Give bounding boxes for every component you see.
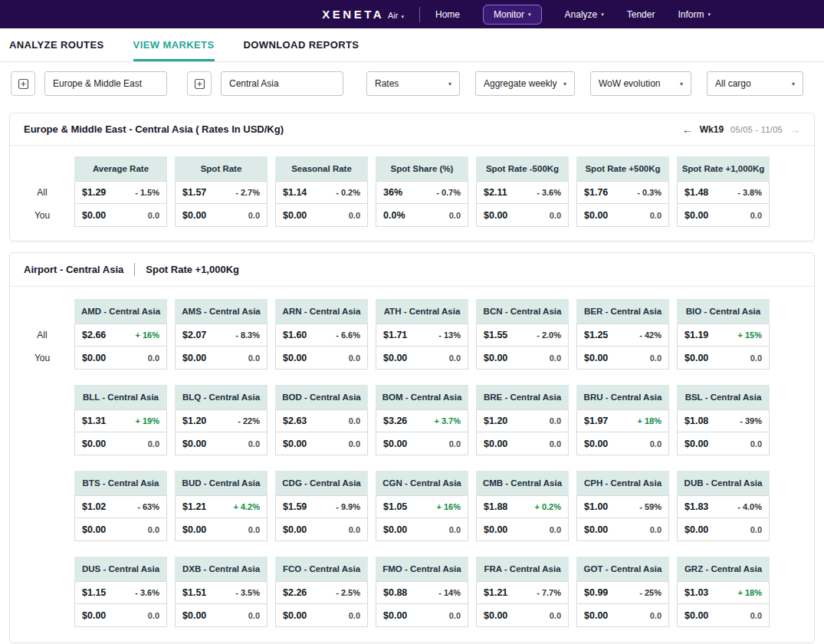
metric-card-all-row: $1.76- 0.3% bbox=[576, 181, 669, 204]
wow-change-value: + 16% bbox=[136, 330, 160, 340]
airport-card[interactable]: BTS - Central Asia$1.02- 63%$0.000.0 bbox=[74, 471, 167, 541]
airport-card[interactable]: BRU - Central Asia$1.97+ 18%$0.000.0 bbox=[576, 385, 669, 455]
airport-card[interactable]: BCN - Central Asia$1.55- 2.0%$0.000.0 bbox=[476, 299, 569, 370]
wow-change-value: - 13% bbox=[438, 330, 461, 340]
metric-card-all-row: $1.29- 1.5% bbox=[74, 181, 167, 204]
metric-card[interactable]: Spot Rate +500Kg$1.76- 0.3%$0.000.0 bbox=[576, 156, 669, 227]
wow-change-value: 0.0 bbox=[248, 353, 260, 363]
airport-card-you-row: $0.000.0 bbox=[677, 347, 770, 370]
airport-card-all-row: $1.83- 4.0% bbox=[677, 495, 770, 518]
row-labels-column bbox=[10, 471, 74, 541]
airport-card[interactable]: GRZ - Central Asia$1.03+ 18%$0.000.0 bbox=[677, 557, 770, 627]
airport-card-you-row: $0.000.0 bbox=[275, 604, 368, 627]
rate-value: $0.00 bbox=[383, 353, 407, 363]
rate-value: $1.02 bbox=[82, 501, 106, 512]
wow-change-value: 0.0 bbox=[148, 353, 159, 363]
origin-input[interactable]: Europe & Middle East bbox=[44, 71, 167, 96]
wow-change-value: 0.0 bbox=[449, 211, 461, 220]
airport-card[interactable]: CDG - Central Asia$1.59- 9.9%$0.000.0 bbox=[275, 471, 368, 541]
airports-title: Airport - Central Asia bbox=[24, 264, 123, 275]
wow-evolution-select[interactable]: WoW evolution▾ bbox=[590, 71, 691, 96]
airport-card[interactable]: BIO - Central Asia$1.19+ 15%$0.000.0 bbox=[677, 299, 770, 370]
airport-card-all-row: $1.05+ 16% bbox=[376, 495, 468, 518]
wow-change-value: 0.0 bbox=[349, 211, 360, 220]
plus-icon bbox=[18, 78, 29, 90]
airport-card[interactable]: BLQ - Central Asia$1.20- 22%$0.000.0 bbox=[175, 385, 268, 455]
tab-view-markets[interactable]: VIEW MARKETS bbox=[133, 28, 215, 61]
wow-change-value: - 3.6% bbox=[135, 588, 159, 597]
airport-card[interactable]: DXB - Central Asia$1.51- 3.5%$0.000.0 bbox=[175, 557, 268, 627]
prev-week-arrow-icon[interactable]: ← bbox=[682, 124, 693, 135]
airport-card-you-row: $0.000.0 bbox=[175, 604, 268, 627]
cargo-type-select[interactable]: All cargo▾ bbox=[707, 71, 803, 96]
metric-card[interactable]: Spot Rate +1,000Kg$1.48- 3.8%$0.000.0 bbox=[677, 156, 770, 227]
rate-value: $0.00 bbox=[182, 524, 206, 535]
airport-card[interactable]: GOT - Central Asia$0.99- 25%$0.000.0 bbox=[576, 557, 669, 627]
wow-change-value: 0.0 bbox=[550, 439, 561, 449]
airport-card[interactable]: AMS - Central Asia$2.07- 8.3%$0.000.0 bbox=[175, 299, 268, 370]
wow-change-value: 0.0 bbox=[248, 211, 260, 220]
row-label-all: All bbox=[37, 324, 47, 347]
airport-card[interactable]: DUS - Central Asia$1.15- 3.6%$0.000.0 bbox=[74, 557, 167, 627]
wow-change-value: 0.0 bbox=[650, 439, 661, 449]
airport-card-title: BLL - Central Asia bbox=[74, 385, 167, 409]
airport-card-title: FRA - Central Asia bbox=[476, 557, 569, 581]
nav-inform[interactable]: Inform▾ bbox=[678, 9, 711, 20]
metric-card[interactable]: Spot Rate$1.57- 2.7%$0.000.0 bbox=[175, 156, 268, 227]
rate-value: $1.83 bbox=[684, 501, 708, 512]
airport-card[interactable]: BOD - Central Asia$2.630.0$0.000.0 bbox=[275, 385, 368, 455]
metric-card[interactable]: Spot Share (%)36%- 0.7%0.0%0.0 bbox=[376, 156, 468, 227]
summary-panel-header: Europe & Middle East - Central Asia ( Ra… bbox=[10, 113, 814, 146]
airport-card-all-row: $1.200.0 bbox=[476, 409, 569, 432]
airport-card-all-row: $2.26- 2.5% bbox=[275, 581, 368, 604]
rate-value: $1.21 bbox=[484, 587, 507, 598]
xeneta-logo[interactable]: XENETA Air ▾ bbox=[322, 8, 404, 21]
airport-card[interactable]: FRA - Central Asia$1.21- 7.7%$0.000.0 bbox=[476, 557, 569, 627]
chevron-down-icon: ▾ bbox=[448, 80, 451, 87]
airport-card[interactable]: BLL - Central Asia$1.31+ 19%$0.000.0 bbox=[74, 385, 167, 455]
rates-metric-select[interactable]: Rates▾ bbox=[366, 71, 460, 96]
add-origin-button[interactable] bbox=[11, 71, 35, 96]
nav-analyze[interactable]: Analyze▾ bbox=[565, 9, 604, 20]
wow-change-value: 0.0 bbox=[349, 416, 360, 426]
destination-input[interactable]: Central Asia bbox=[221, 71, 343, 96]
wow-change-value: + 4.2% bbox=[233, 502, 260, 511]
airport-card[interactable]: ATH - Central Asia$1.71- 13%$0.000.0 bbox=[376, 299, 468, 370]
next-week-arrow-icon[interactable]: → bbox=[790, 124, 800, 135]
airport-card[interactable]: FCO - Central Asia$2.26- 2.5%$0.000.0 bbox=[275, 557, 368, 627]
nav-home[interactable]: Home bbox=[435, 9, 460, 20]
rate-value: $0.00 bbox=[283, 439, 307, 449]
airport-card-you-row: $0.000.0 bbox=[576, 604, 669, 627]
chevron-down-icon: ▾ bbox=[680, 80, 683, 87]
airport-card[interactable]: BRE - Central Asia$1.200.0$0.000.0 bbox=[476, 385, 569, 455]
airport-card[interactable]: BER - Central Asia$1.25- 42%$0.000.0 bbox=[576, 299, 669, 370]
airport-card[interactable]: BSL - Central Asia$1.08- 39%$0.000.0 bbox=[677, 385, 770, 455]
wow-change-value: - 6.6% bbox=[336, 330, 360, 340]
airport-card-you-row: $0.000.0 bbox=[74, 432, 167, 455]
airport-card[interactable]: BOM - Central Asia$3.26+ 3.7%$0.000.0 bbox=[376, 385, 468, 455]
tab-download-reports[interactable]: DOWNLOAD REPORTS bbox=[244, 28, 359, 61]
metric-card[interactable]: Seasonal Rate$1.14- 0.2%$0.000.0 bbox=[275, 156, 368, 227]
nav-monitor[interactable]: Monitor▾ bbox=[483, 5, 542, 25]
airport-card[interactable]: ARN - Central Asia$1.60- 6.6%$0.000.0 bbox=[275, 299, 368, 370]
airport-card[interactable]: CGN - Central Asia$1.05+ 16%$0.000.0 bbox=[376, 471, 468, 541]
airport-card[interactable]: FMO - Central Asia$0.88- 14%$0.000.0 bbox=[376, 557, 468, 627]
tab-analyze-routes[interactable]: ANALYZE ROUTES bbox=[9, 28, 104, 61]
main-nav: HomeMonitor▾Analyze▾TenderInform▾ bbox=[435, 5, 711, 25]
aggregation-select[interactable]: Aggregate weekly▾ bbox=[475, 71, 575, 96]
airport-card[interactable]: CMB - Central Asia$1.88+ 0.2%$0.000.0 bbox=[476, 471, 569, 541]
metric-card[interactable]: Spot Rate -500Kg$2.11- 3.6%$0.000.0 bbox=[476, 156, 569, 227]
airport-card[interactable]: CPH - Central Asia$1.00- 59%$0.000.0 bbox=[576, 471, 669, 541]
select-value: Aggregate weekly bbox=[484, 78, 556, 89]
airport-card[interactable]: DUB - Central Asia$1.83- 4.0%$0.000.0 bbox=[677, 471, 770, 541]
airport-card[interactable]: AMD - Central Asia$2.66+ 16%$0.000.0 bbox=[74, 299, 167, 370]
wow-change-value: 0.0 bbox=[148, 439, 159, 449]
airport-card-all-row: $2.07- 8.3% bbox=[175, 324, 268, 347]
summary-title: Europe & Middle East - Central Asia ( Ra… bbox=[24, 123, 284, 135]
wow-change-value: - 3.6% bbox=[537, 188, 561, 197]
airport-card-you-row: $0.000.0 bbox=[74, 347, 167, 370]
metric-card[interactable]: Average Rate$1.29- 1.5%$0.000.0 bbox=[74, 156, 167, 227]
airport-card[interactable]: BUD - Central Asia$1.21+ 4.2%$0.000.0 bbox=[175, 471, 268, 541]
nav-tender[interactable]: Tender bbox=[627, 9, 655, 20]
add-destination-button[interactable] bbox=[187, 71, 212, 96]
